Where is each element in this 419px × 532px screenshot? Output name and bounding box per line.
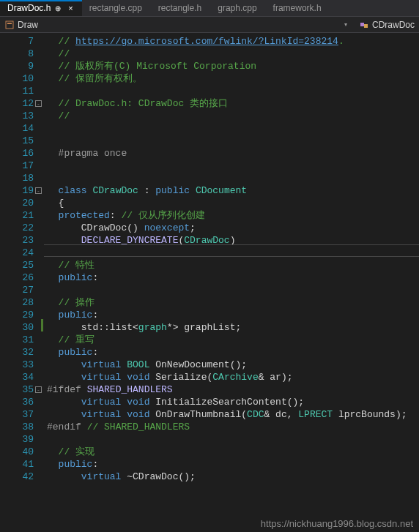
code-line[interactable]: std::list<graph*> graphList; <box>47 321 419 334</box>
code-line[interactable] <box>47 122 419 135</box>
code-line[interactable]: virtual void OnDrawThumbnail(CDC& dc, LP… <box>47 408 419 421</box>
code-line[interactable]: #pragma once <box>47 147 419 160</box>
line-number: 38 <box>0 421 34 433</box>
line-number: 30 <box>0 321 34 334</box>
line-number: 19 <box>0 184 34 197</box>
code-line[interactable]: virtual ~CDrawDoc(); <box>47 471 419 483</box>
code-line[interactable]: // <box>47 110 419 122</box>
line-number: 27 <box>0 284 34 296</box>
class-icon <box>359 20 369 30</box>
code-line[interactable]: class CDrawDoc : public CDocument <box>47 184 419 197</box>
code-line[interactable]: // https://go.microsoft.com/fwlink/?Link… <box>47 35 419 48</box>
code-area[interactable]: // https://go.microsoft.com/fwlink/?Link… <box>44 33 419 532</box>
line-number: 25 <box>0 259 34 271</box>
svg-rect-2 <box>360 23 364 26</box>
tab-label: rectangle.cpp <box>89 3 142 13</box>
line-number: 28 <box>0 296 34 309</box>
line-number: 39 <box>0 433 34 446</box>
code-line[interactable]: CDrawDoc() noexcept; <box>47 222 419 234</box>
tab-bar: DrawDoc.h⊕×rectangle.cpprectangle.hgraph… <box>0 0 419 17</box>
line-number: 29 <box>0 309 34 321</box>
tab-graph-cpp[interactable]: graph.cpp <box>210 0 265 16</box>
code-line[interactable]: public: <box>47 458 419 471</box>
nav-class-label: CDrawDoc <box>372 20 415 30</box>
line-number: 23 <box>0 234 34 247</box>
line-number: 26 <box>0 271 34 284</box>
line-number: 9 <box>0 60 34 72</box>
line-number: 7 <box>0 35 34 48</box>
code-line[interactable]: // 特性 <box>47 259 419 271</box>
line-number: 34 <box>0 371 34 383</box>
code-line[interactable]: // <box>47 48 419 60</box>
navigation-bar: Draw ▾ CDrawDoc <box>0 17 419 33</box>
line-number: 33 <box>0 359 34 371</box>
code-line[interactable]: DECLARE_DYNCREATE(CDrawDoc) <box>47 234 419 247</box>
line-number: 32 <box>0 346 34 359</box>
tab-label: DrawDoc.h <box>7 3 51 13</box>
project-icon <box>4 20 15 30</box>
line-number: 21 <box>0 209 34 222</box>
line-number: 35 <box>0 383 34 396</box>
code-line[interactable] <box>47 135 419 147</box>
close-icon[interactable]: × <box>68 4 73 12</box>
line-number: 22 <box>0 222 34 234</box>
code-line[interactable]: // 实现 <box>47 446 419 458</box>
change-indicator <box>41 319 43 331</box>
code-line[interactable]: #endif // SHARED_HANDLERS <box>47 421 419 433</box>
line-number: 10 <box>0 72 34 85</box>
line-number-gutter: 7891011121314151617181920212223242526272… <box>0 33 44 532</box>
code-line[interactable] <box>47 85 419 97</box>
code-line[interactable] <box>47 172 419 184</box>
watermark: https://nickhuang1996.blog.csdn.net <box>261 518 413 529</box>
code-line[interactable] <box>47 247 419 259</box>
fold-toggle-icon[interactable]: - <box>35 386 42 393</box>
tab-label: rectangle.h <box>158 3 201 13</box>
svg-rect-1 <box>7 23 12 24</box>
fold-toggle-icon[interactable]: - <box>35 100 42 107</box>
code-line[interactable]: virtual BOOL OnNewDocument(); <box>47 359 419 371</box>
tab-label: graph.cpp <box>218 3 256 13</box>
code-line[interactable]: virtual void Serialize(CArchive& ar); <box>47 371 419 383</box>
code-line[interactable] <box>47 160 419 172</box>
line-number: 16 <box>0 147 34 160</box>
code-line[interactable]: { <box>47 197 419 209</box>
line-number: 18 <box>0 172 34 184</box>
code-line[interactable]: protected: // 仅从序列化创建 <box>47 209 419 222</box>
line-number: 36 <box>0 396 34 408</box>
tab-rectangle-h[interactable]: rectangle.h <box>151 0 210 16</box>
line-number: 15 <box>0 135 34 147</box>
dropdown-icon[interactable]: ▾ <box>344 21 347 28</box>
line-number: 20 <box>0 197 34 209</box>
code-line[interactable]: virtual void InitializeSearchContent(); <box>47 396 419 408</box>
code-editor[interactable]: 7891011121314151617181920212223242526272… <box>0 33 419 532</box>
svg-rect-0 <box>6 21 13 29</box>
svg-rect-3 <box>364 24 368 28</box>
line-number: 40 <box>0 446 34 458</box>
tab-label: framework.h <box>273 3 322 13</box>
line-number: 14 <box>0 122 34 135</box>
line-number: 8 <box>0 48 34 60</box>
nav-scope-left[interactable]: Draw <box>4 20 38 30</box>
code-line[interactable]: public: <box>47 346 419 359</box>
code-line[interactable]: // 操作 <box>47 296 419 309</box>
pin-icon[interactable]: ⊕ <box>55 4 61 12</box>
code-line[interactable]: public: <box>47 271 419 284</box>
line-number: 31 <box>0 334 34 346</box>
code-line[interactable] <box>47 433 419 446</box>
code-line[interactable]: // DrawDoc.h: CDrawDoc 类的接口 <box>47 97 419 110</box>
nav-scope-label: Draw <box>18 20 38 30</box>
tab-rectangle-cpp[interactable]: rectangle.cpp <box>82 0 151 16</box>
tab-DrawDoc-h[interactable]: DrawDoc.h⊕× <box>0 0 82 16</box>
code-line[interactable]: // 保留所有权利。 <box>47 72 419 85</box>
tab-framework-h[interactable]: framework.h <box>266 0 330 16</box>
code-line[interactable]: // 重写 <box>47 334 419 346</box>
code-line[interactable]: public: <box>47 309 419 321</box>
fold-toggle-icon[interactable]: - <box>35 187 42 194</box>
code-line[interactable]: // 版权所有(C) Microsoft Corporation <box>47 60 419 72</box>
line-number: 24 <box>0 247 34 259</box>
line-number: 11 <box>0 85 34 97</box>
code-line[interactable] <box>47 284 419 296</box>
line-number: 12 <box>0 97 34 110</box>
line-number: 42 <box>0 471 34 483</box>
code-line[interactable]: #ifdef SHARED_HANDLERS <box>47 383 419 396</box>
